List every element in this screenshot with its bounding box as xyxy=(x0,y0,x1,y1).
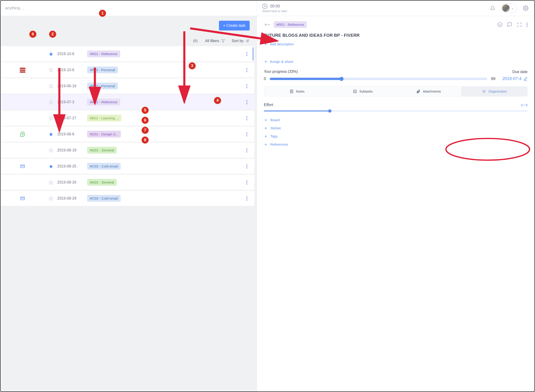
more-icon[interactable] xyxy=(527,23,528,27)
task-date: 2019-08-29 xyxy=(57,196,85,201)
expand-icon[interactable] xyxy=(517,22,522,27)
task-more-icon[interactable] xyxy=(246,68,247,72)
task-row[interactable]: 2019-08-26#G01 - General xyxy=(0,175,254,191)
task-row[interactable]: 2019-07-27#E01 - Learning ... xyxy=(0,111,254,126)
task-row[interactable]: 2019-06-16#P02 - Personal xyxy=(0,78,254,94)
filter-bar: (6) All filters Sort by xyxy=(7,39,250,46)
plus-icon xyxy=(264,118,268,122)
task-date: 2019-10-6 xyxy=(57,52,85,56)
task-row[interactable]: 2019-08-25#C03 - Cold email xyxy=(0,159,254,175)
all-filters[interactable]: All filters xyxy=(205,39,225,43)
play-icon[interactable] xyxy=(262,4,268,9)
plus-icon xyxy=(264,143,268,146)
task-more-icon[interactable] xyxy=(246,164,247,168)
star-icon[interactable] xyxy=(49,164,53,169)
tab-subtasks[interactable]: Subtasks xyxy=(330,87,396,96)
gear-icon[interactable] xyxy=(523,5,529,11)
star-icon[interactable] xyxy=(49,52,53,56)
task-more-icon[interactable] xyxy=(246,148,247,152)
svg-point-4 xyxy=(498,22,502,27)
task-tag[interactable]: #C03 - Cold email xyxy=(87,195,121,202)
star-icon[interactable] xyxy=(49,100,53,104)
task-more-icon[interactable] xyxy=(246,100,247,104)
gear-small-icon xyxy=(482,89,486,93)
task-row[interactable]: 2019-08-29#C03 - Cold email xyxy=(0,191,254,207)
organization-add-list: Board Sticker Tags References xyxy=(264,118,528,146)
svg-rect-6 xyxy=(353,90,356,93)
task-tag[interactable]: #G01 - General xyxy=(87,147,117,154)
task-row[interactable]: 2019-10-6#R01 - Reference xyxy=(0,46,254,62)
assign-share[interactable]: Assign & share xyxy=(264,60,528,64)
add-references[interactable]: References xyxy=(264,142,528,146)
star-icon[interactable] xyxy=(49,180,53,185)
svg-point-1 xyxy=(248,40,249,40)
task-more-icon[interactable] xyxy=(246,52,247,56)
bell-icon[interactable] xyxy=(490,6,495,11)
add-tags[interactable]: Tags xyxy=(264,134,528,138)
task-row[interactable]: 2019-08-18#G01 - General xyxy=(0,143,254,159)
task-more-icon[interactable] xyxy=(246,116,247,120)
task-list[interactable]: 2019-10-6#R01 - Reference2019-10-6#P02 -… xyxy=(0,46,257,392)
star-icon[interactable] xyxy=(49,84,53,89)
task-row[interactable]: 2019-07-3#R01 - Reference xyxy=(0,94,254,111)
task-date: 2019-08-18 xyxy=(57,148,85,152)
create-task-button[interactable]: + Create task xyxy=(219,21,250,30)
tab-organization[interactable]: Organization xyxy=(461,87,527,96)
comment-icon[interactable] xyxy=(507,22,512,27)
timer[interactable]: 00:00 Select task to start xyxy=(257,1,292,15)
task-date: 2019-08-25 xyxy=(57,164,85,168)
user-menu[interactable]: ⌄ xyxy=(501,4,517,13)
task-date: 2019-08-26 xyxy=(57,180,85,184)
plus-icon xyxy=(264,42,268,46)
task-row[interactable]: 2019-08-6#D01 - Design d... xyxy=(0,126,254,143)
tab-attachments[interactable]: Attachments xyxy=(396,87,462,96)
sort-by[interactable]: Sort by xyxy=(232,39,250,43)
top-bar: anything ... 00:00 Select task to start … xyxy=(0,0,535,16)
search-area[interactable]: anything ... xyxy=(0,0,257,16)
plus-icon xyxy=(264,126,268,130)
check-circle-icon[interactable] xyxy=(497,22,502,27)
task-date: 2019-07-27 xyxy=(57,116,85,120)
funnel-icon xyxy=(221,39,225,43)
star-icon[interactable] xyxy=(49,148,53,153)
progress-slider[interactable]: 0 99 xyxy=(264,77,495,81)
task-title[interactable]: FUTURE BLOGS AND IDEAS FOR BP - FIVERR xyxy=(264,33,528,38)
back-arrow-icon[interactable] xyxy=(264,22,270,27)
star-icon[interactable] xyxy=(49,196,53,201)
task-tag[interactable]: #R01 - Reference xyxy=(87,99,120,105)
task-tag[interactable]: #P02 - Personal xyxy=(87,83,118,89)
svg-point-3 xyxy=(248,42,248,42)
effort-label: Effort xyxy=(264,103,273,107)
effort-slider[interactable] xyxy=(264,111,528,112)
stack-icon xyxy=(20,68,25,72)
task-tag[interactable]: #E01 - Learning ... xyxy=(87,115,121,121)
add-description[interactable]: Add description xyxy=(264,42,528,46)
task-more-icon[interactable] xyxy=(246,196,247,201)
subtasks-icon xyxy=(353,89,357,93)
task-more-icon[interactable] xyxy=(246,84,247,88)
edit-icon[interactable] xyxy=(523,77,528,81)
progress-label: Your progress (33%) xyxy=(264,70,495,74)
top-right: 00:00 Select task to start ⌄ xyxy=(257,0,535,16)
star-icon[interactable] xyxy=(49,132,53,137)
task-tag[interactable]: #D01 - Design d... xyxy=(87,131,121,137)
task-tag[interactable]: #G01 - General xyxy=(87,179,117,186)
task-tag[interactable]: #C03 - Cold email xyxy=(87,163,121,170)
task-tag[interactable]: #R01 - Reference xyxy=(87,51,120,57)
avatar xyxy=(502,5,510,12)
tab-notes[interactable]: Notes xyxy=(264,87,330,96)
detail-toolbar: #R01 - Reference xyxy=(264,21,528,28)
star-icon[interactable] xyxy=(49,68,53,72)
list-header: + Create task (6) All filters Sort by xyxy=(0,16,257,46)
task-tag[interactable]: #P02 - Personal xyxy=(87,66,118,73)
due-date[interactable]: Due date 2019-07-4 xyxy=(502,70,528,81)
task-row[interactable]: 2019-10-6#P02 - Personal xyxy=(0,62,254,78)
task-more-icon[interactable] xyxy=(246,180,247,184)
star-icon[interactable] xyxy=(49,116,53,121)
timer-time: 00:00 xyxy=(270,4,280,9)
detail-tag[interactable]: #R01 - Reference xyxy=(274,21,307,28)
add-sticker[interactable]: Sticker xyxy=(264,126,528,130)
app-window: anything ... 00:00 Select task to start … xyxy=(0,0,535,392)
task-more-icon[interactable] xyxy=(246,132,247,136)
add-board[interactable]: Board xyxy=(264,118,528,122)
